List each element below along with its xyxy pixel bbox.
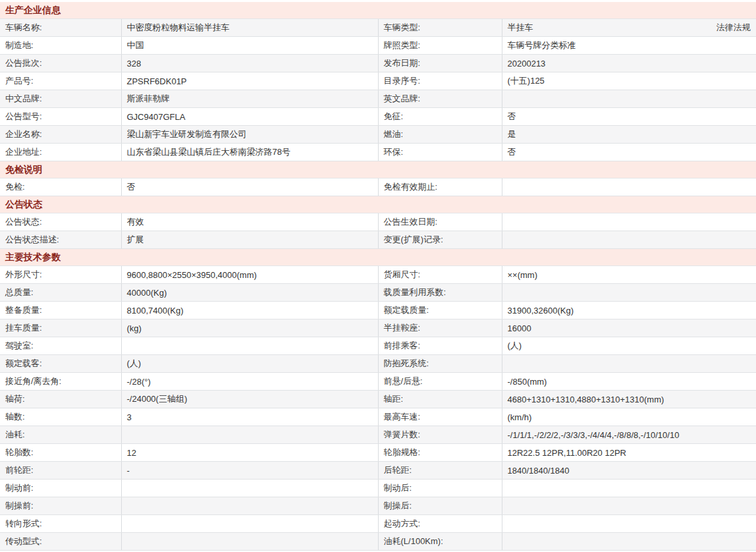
field-value-text: 20200213 <box>508 59 546 69</box>
field-value: 1840/1840/1840 <box>502 462 756 480</box>
field-label-text: 变更(扩展)记录: <box>384 235 443 244</box>
field-value-text: 车辆号牌分类标准 <box>508 40 576 50</box>
field-value: 40000(Kg) <box>121 284 378 302</box>
field-label: 货厢尺寸: <box>378 266 502 284</box>
field-label: 外形尺寸: <box>0 266 121 284</box>
field-label: 载质量利用系数: <box>378 284 502 302</box>
field-label-text: 制动前: <box>5 483 34 493</box>
field-label-text: 企业名称: <box>5 129 42 139</box>
field-label-text: 目录序号: <box>384 76 421 86</box>
field-value: 否 <box>502 144 756 161</box>
field-label: 前悬/后悬: <box>378 373 502 391</box>
field-value-text: -/850(mm) <box>508 377 547 387</box>
field-label-text: 公告生效日期: <box>384 217 438 227</box>
field-label: 制动前: <box>0 480 121 497</box>
field-label: 接近角/离去角: <box>0 373 121 391</box>
field-label-text: 制动后: <box>384 483 412 493</box>
field-label: 制动后: <box>378 480 502 497</box>
field-label-text: 车辆名称: <box>5 22 42 32</box>
field-label-text: 车辆类型: <box>384 22 421 32</box>
field-value: 扩展 <box>121 231 378 249</box>
table-row: 总质量:40000(Kg)载质量利用系数: <box>0 284 756 302</box>
field-value-text: 1840/1840/1840 <box>508 466 570 476</box>
field-label-text: 公告状态描述: <box>5 235 59 244</box>
section-title: 生产企业信息 <box>0 2 756 19</box>
field-label: 轴距: <box>378 391 502 408</box>
field-value-text: -/1/1/1,-/2/2/2,-/3/3/3,-/4/4/4,-/8/8/8,… <box>508 430 680 440</box>
field-value-text: 中国 <box>127 40 144 50</box>
field-value: ××(mm) <box>502 266 756 284</box>
section-header-row: 主要技术参数 <box>0 249 756 266</box>
field-value: 否 <box>502 108 756 126</box>
field-label: 传动型式: <box>0 533 121 551</box>
field-label-text: 转向形式: <box>5 518 42 528</box>
field-label: 免征: <box>378 108 502 126</box>
field-value-text: 12 <box>127 448 136 458</box>
field-label: 防抱死系统: <box>378 355 502 373</box>
field-value: 山东省梁山县梁山镇后庄大桥南梁济路78号 <box>121 144 378 161</box>
table-row: 产品号:ZPSRF6DK01P目录序号:(十五)125 <box>0 72 756 90</box>
table-row: 制动前:制动后: <box>0 480 756 497</box>
field-value <box>502 90 756 108</box>
field-label: 公告生效日期: <box>378 213 502 231</box>
field-value-text: ××(mm) <box>508 270 538 280</box>
field-label: 车辆类型: <box>378 19 502 37</box>
field-value <box>502 480 756 497</box>
table-row: 前轮距:-后轮距:1840/1840/1840 <box>0 462 756 480</box>
field-value <box>502 355 756 373</box>
field-value-text: (人) <box>127 358 142 368</box>
field-value-text: (kg) <box>127 323 142 333</box>
section-header-row: 公告状态 <box>0 196 756 213</box>
legal-regulations-link[interactable]: 法律法规 <box>716 22 751 34</box>
field-label-text: 发布日期: <box>384 58 421 68</box>
field-label-text: 传动型式: <box>5 536 42 546</box>
field-value-text: 8100,7400(Kg) <box>127 306 184 316</box>
field-label: 企业名称: <box>0 126 121 144</box>
field-label: 半挂鞍座: <box>378 319 502 337</box>
table-row: 挂车质量:(kg)半挂鞍座:16000 <box>0 319 756 337</box>
field-label: 公告批次: <box>0 55 121 72</box>
section-header-row: 生产企业信息 <box>0 2 756 19</box>
field-value: ZPSRF6DK01P <box>121 72 378 90</box>
field-label: 企业地址: <box>0 144 121 161</box>
field-value-text: 有效 <box>127 217 144 227</box>
field-label: 总质量: <box>0 284 121 302</box>
table-row: 传动型式:油耗(L/100Km): <box>0 533 756 551</box>
table-row: 外形尺寸:9600,8800×2550×3950,4000(mm)货厢尺寸:××… <box>0 266 756 284</box>
table-row: 轮胎数:12轮胎规格:12R22.5 12PR,11.00R20 12PR <box>0 444 756 462</box>
field-label: 后轮距: <box>378 462 502 480</box>
field-value: 12R22.5 12PR,11.00R20 12PR <box>502 444 756 462</box>
vehicle-spec-table: 生产企业信息车辆名称:中密度粉粒物料运输半挂车车辆类型:法律法规半挂车制造地:中… <box>0 2 756 551</box>
field-label-text: 前排乘客: <box>384 341 421 350</box>
field-label-text: 牌照类型: <box>384 40 421 50</box>
field-value: 中密度粉粒物料运输半挂车 <box>121 19 378 37</box>
field-label: 轴数: <box>0 408 121 426</box>
table-row: 驾驶室:前排乘客:(人) <box>0 337 756 355</box>
field-label-text: 载质量利用系数: <box>384 287 446 297</box>
field-label-text: 制操后: <box>384 501 412 511</box>
field-value <box>121 426 378 444</box>
field-label-text: 公告状态: <box>5 217 42 227</box>
field-value-text: 斯派菲勒牌 <box>127 94 170 103</box>
field-label: 转向形式: <box>0 515 121 533</box>
field-label: 公告状态: <box>0 213 121 231</box>
field-value-text: 3 <box>127 412 132 422</box>
field-value-text: 是 <box>508 129 516 139</box>
field-label-text: 中文品牌: <box>5 94 42 103</box>
field-value-text: GJC9407GFLA <box>127 112 186 122</box>
field-value <box>502 284 756 302</box>
table-row: 中文品牌:斯派菲勒牌英文品牌: <box>0 90 756 108</box>
field-label-text: 最高车速: <box>384 412 421 422</box>
field-value <box>502 497 756 515</box>
field-label-text: 货厢尺寸: <box>384 269 421 279</box>
field-label-text: 公告批次: <box>5 58 42 68</box>
field-label-text: 整备质量: <box>5 305 42 315</box>
field-value-text: (人) <box>508 341 522 350</box>
field-value-text: 9600,8800×2550×3950,4000(mm) <box>127 270 257 280</box>
field-value-text: ZPSRF6DK01P <box>127 76 187 86</box>
field-label-text: 制造地: <box>5 40 34 50</box>
table-row: 企业地址:山东省梁山县梁山镇后庄大桥南梁济路78号环保:否 <box>0 144 756 161</box>
field-label-text: 轮胎规格: <box>384 447 421 457</box>
field-label-text: 防抱死系统: <box>384 358 429 368</box>
section-title: 免检说明 <box>0 161 756 179</box>
